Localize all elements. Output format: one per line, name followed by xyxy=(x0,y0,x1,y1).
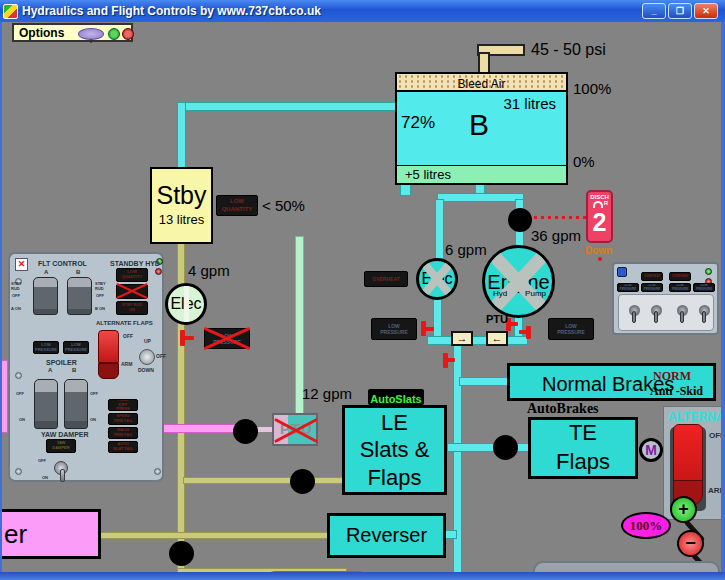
pipe-b-to-stby-horizontal xyxy=(180,102,396,111)
alt-flaps-knob[interactable] xyxy=(139,349,155,365)
minimize-button[interactable]: _ xyxy=(642,3,666,19)
panel-low-quantity[interactable]: LOW QUANTITY xyxy=(116,268,148,282)
standby-name: Stby xyxy=(152,183,211,208)
panel-stby-rud-on[interactable]: STBY RUD ON xyxy=(116,301,148,315)
panel-close-button[interactable]: ✕ xyxy=(15,258,28,271)
panel-restore-icon[interactable] xyxy=(617,267,627,277)
pipe-bleed-air-vertical xyxy=(478,52,490,74)
pipe-to-normal-brakes xyxy=(459,377,509,386)
alt-flaps-guard-switch[interactable] xyxy=(98,330,119,379)
flow-elec: 6 gpm xyxy=(445,242,487,257)
norm-label: NORM xyxy=(653,369,691,384)
flow-engine: 36 gpm xyxy=(531,228,581,243)
partial-pink-box[interactable]: er xyxy=(0,509,101,559)
restore-button[interactable]: ❐ xyxy=(668,3,692,19)
zoom-level-label: 100% xyxy=(630,518,663,533)
engine-pump-pump: Pump xyxy=(525,290,546,298)
le-slats-flaps-box[interactable]: LESlats &Flaps xyxy=(342,405,447,495)
hyd-pump-switch-2[interactable] xyxy=(651,305,662,316)
disch-dotted-line xyxy=(534,216,586,219)
engine-pump[interactable]: Engine Hyd Pump xyxy=(482,245,555,318)
standby-threshold-label: < 50% xyxy=(262,198,305,213)
zoom-in-button[interactable]: + xyxy=(670,496,697,523)
motor-m-label: M xyxy=(645,442,657,458)
zoom-out-button[interactable]: − xyxy=(677,530,704,557)
spoiler-title: SPOILER xyxy=(46,359,77,366)
elec-low-pressure-annunciator[interactable]: LOW PRESSURE xyxy=(371,318,417,340)
window-border-bottom xyxy=(0,572,725,580)
engine-low-pressure-annunciator[interactable]: LOW PRESSURE xyxy=(548,318,594,340)
hyd-pump-switch-3[interactable] xyxy=(677,305,688,316)
standby-elec-pump[interactable]: Elec xyxy=(165,283,207,325)
engine-pump-hyd: Hyd xyxy=(493,290,507,298)
standby-low-quantity-annunciator[interactable]: LOW QUANTITY xyxy=(216,195,258,216)
yaw-damper-title: YAW DAMPER xyxy=(41,431,89,438)
arrow-right-icon: → xyxy=(457,333,468,344)
zoom-in-tool-icon[interactable] xyxy=(108,28,120,40)
flow-ptu: 12 gpm xyxy=(302,386,352,401)
flight-control-panel: ✕ FLT CONTROL A B STBY RUD OFF A ON STBY… xyxy=(8,252,164,482)
pipe-pressure-manifold xyxy=(427,336,528,345)
disch-status: Down xyxy=(585,246,612,256)
rotate-arrow-icon xyxy=(593,201,603,208)
autoslats-badge: AutoSlats xyxy=(368,389,424,405)
title-bar[interactable]: Hydraulics and Flight Controls by www.73… xyxy=(0,0,725,22)
check-valve-return[interactable]: ← xyxy=(486,331,508,346)
reservoir-empty-label: 0% xyxy=(573,154,595,169)
mach-trim-fail-annunciator[interactable]: MACH TRIM FAIL xyxy=(108,427,138,439)
down-arrow-icon: ↓ xyxy=(89,35,94,45)
options-dropdown-button[interactable]: ↓ xyxy=(78,28,104,40)
yaw-damper-annunciator[interactable]: YAW DAMPER xyxy=(46,439,76,453)
auto-slat-fail-annunciator[interactable]: AUTO SLAT FAIL xyxy=(108,441,138,453)
ptu-unit[interactable]: PTU xyxy=(272,413,318,446)
plus-icon: + xyxy=(678,499,689,519)
standby-reservoir[interactable]: Stby 13 litres xyxy=(150,167,213,244)
zoom-out-tool-icon[interactable] xyxy=(122,28,134,40)
reservoir-full-label: 100% xyxy=(573,81,611,96)
disch-number: 2 xyxy=(588,209,611,235)
hyd-pump-switch-4[interactable] xyxy=(699,305,710,316)
normal-brakes-box[interactable]: Normal Brakes NORM Anti -Skid xyxy=(507,363,716,401)
spoiler-a-low-pressure[interactable]: LOW PRESSURE xyxy=(33,341,59,354)
window-border-left xyxy=(0,22,2,580)
flt-control-a-switch[interactable] xyxy=(33,277,58,315)
partial-pink-label: er xyxy=(4,521,27,547)
disch-dot xyxy=(598,257,602,261)
pipe-b-split-horizontal xyxy=(437,193,524,202)
check-valve-forward[interactable]: → xyxy=(451,331,473,346)
autobrakes-label: AutoBrakes xyxy=(527,402,599,416)
close-button[interactable]: ✕ xyxy=(694,3,718,19)
standby-low-pressure-annunciator[interactable]: LOW PRESSURE xyxy=(204,328,250,349)
elec-pump-b[interactable]: Elec xyxy=(416,258,458,300)
spoiler-b-low-pressure[interactable]: LOW PRESSURE xyxy=(63,341,89,354)
reservoir-b[interactable]: Bleed Air 31 litres 72% B +5 litres xyxy=(395,72,568,185)
yaw-damper-toggle[interactable] xyxy=(54,461,68,475)
options-toolbar: Options ↓ xyxy=(12,23,133,42)
feel-diff-press-annunciator[interactable]: FEEL DIFF PRESS xyxy=(108,399,138,411)
te-flaps-box[interactable]: TEFlaps xyxy=(528,417,638,479)
autoslats-label: AutoSlats xyxy=(370,393,421,405)
junction-standby-lower xyxy=(169,541,194,566)
reverser-box[interactable]: Reverser xyxy=(327,513,446,558)
flt-control-b-switch[interactable] xyxy=(67,277,92,315)
hyd-pumps-switch-plate xyxy=(618,294,714,331)
alternate-flaps-red-switch[interactable] xyxy=(673,424,703,484)
speed-trim-fail-annunciator[interactable]: SPEED TRIM FAIL xyxy=(108,413,138,425)
window-title: Hydraulics and Flight Controls by www.73… xyxy=(22,4,321,18)
fire-discharge-handle[interactable]: DISCH R 2 xyxy=(586,190,613,243)
engine-fire-shutoff-valve[interactable] xyxy=(508,208,532,232)
standby-hyd-title: STANDBY HYD xyxy=(110,260,160,267)
flap-motor-symbol: M xyxy=(639,438,663,462)
panel-low-pressure-inop[interactable] xyxy=(116,284,148,299)
overheat-annunciator[interactable]: OVERHEAT xyxy=(364,271,408,287)
spoiler-a-switch[interactable] xyxy=(34,379,58,429)
spoiler-b-switch[interactable] xyxy=(64,379,88,429)
pipe-b-to-stby-vertical xyxy=(177,102,186,168)
reservoir-percent: 72% xyxy=(401,114,435,131)
pipe-standby-horizontal-upper xyxy=(183,477,343,484)
bleed-psi-label: 45 - 50 psi xyxy=(531,42,606,58)
flt-control-title: FLT CONTROL xyxy=(38,260,87,267)
window-border-right xyxy=(721,22,725,580)
hyd-pump-switch-1[interactable] xyxy=(629,305,640,316)
zoom-level-badge: 100% xyxy=(621,512,671,539)
